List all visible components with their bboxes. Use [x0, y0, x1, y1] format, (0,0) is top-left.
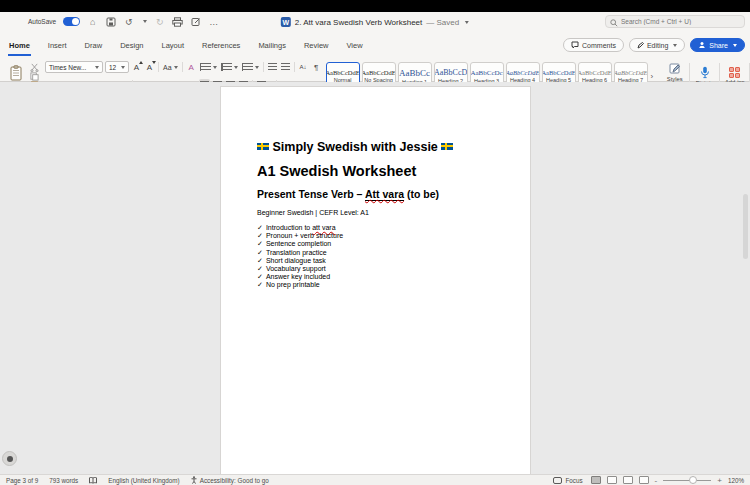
font-name-combo[interactable]: Times New...	[45, 61, 103, 73]
doc-heading: A1 Swedish Worksheet	[257, 163, 497, 179]
shrink-font-button[interactable]: A	[144, 61, 155, 73]
saved-status: — Saved	[426, 18, 459, 27]
language-indicator[interactable]: English (United Kingdom)	[108, 477, 179, 484]
word-app-window: AutoSave ⌂ ↺ ↻ … W 2. Att vara S	[0, 0, 750, 485]
doc-title-line: Simply Swedish with Jessie	[257, 140, 497, 154]
editing-button[interactable]: Editing	[629, 38, 685, 52]
undo-icon[interactable]: ↺	[123, 16, 134, 27]
draft-view-button[interactable]	[639, 476, 649, 484]
show-paragraph-marks-button[interactable]: ¶	[311, 61, 322, 73]
copy-icon[interactable]	[30, 72, 39, 81]
tab-mailings[interactable]: Mailings	[257, 38, 287, 56]
print-layout-view-button[interactable]	[591, 476, 601, 484]
title-bar: AutoSave ⌂ ↺ ↻ … W 2. Att vara S	[0, 14, 750, 34]
chevron-down-icon	[465, 21, 469, 24]
checklist-item: ✓Vocabulary support	[257, 265, 497, 273]
document-page[interactable]: Simply Swedish with Jessie A1 Swedish Wo…	[220, 86, 531, 474]
title-and-ribbon-chrome: AutoSave ⌂ ↺ ↻ … W 2. Att vara S	[0, 12, 750, 82]
bullet-list-button[interactable]	[199, 61, 218, 73]
home-icon[interactable]: ⌂	[87, 16, 98, 27]
word-count[interactable]: 793 words	[49, 477, 78, 484]
tab-insert[interactable]: Insert	[47, 38, 68, 56]
checklist-item: ✓Introduction to att vara	[257, 224, 497, 232]
tab-layout[interactable]: Layout	[160, 38, 185, 56]
quick-access-toolbar: AutoSave ⌂ ↺ ↻ …	[28, 16, 219, 27]
save-icon[interactable]	[105, 16, 116, 27]
clear-formatting-button[interactable]: A	[186, 61, 197, 73]
floating-pen-button[interactable]	[2, 451, 17, 466]
multilevel-list-button[interactable]	[241, 61, 260, 73]
zoom-slider[interactable]	[663, 480, 711, 481]
chevron-down-icon	[673, 44, 677, 47]
check-icon: ✓	[257, 232, 263, 239]
checklist-item: ✓No prep printable	[257, 281, 497, 289]
ribbon-tabs: Home Insert Draw Design Layout Reference…	[8, 38, 364, 56]
zoom-in-button[interactable]: +	[717, 476, 722, 485]
zoom-out-button[interactable]: -	[655, 476, 658, 485]
focus-icon	[553, 477, 562, 484]
chevron-down-icon	[174, 66, 178, 69]
zoom-level[interactable]: 120%	[728, 477, 744, 484]
tab-home[interactable]: Home	[8, 38, 31, 56]
sort-button[interactable]: A↓	[298, 61, 309, 73]
checklist-item: ✓Pronoun + verb structure	[257, 232, 497, 240]
quick-print-icon[interactable]	[190, 16, 201, 27]
doc-meta-line: Beginner Swedish | CEFR Level: A1	[257, 209, 497, 216]
person-icon	[698, 41, 706, 49]
check-icon: ✓	[257, 224, 263, 231]
print-icon[interactable]	[172, 16, 183, 27]
chevron-down-icon	[95, 66, 99, 69]
check-icon: ✓	[257, 249, 263, 256]
swedish-flag-icon	[441, 143, 453, 151]
doc-checklist: ✓Introduction to att vara ✓Pronoun + ver…	[257, 224, 497, 290]
status-bar: Page 3 of 9 793 words English (United Ki…	[0, 474, 750, 485]
grow-font-button[interactable]: A	[131, 61, 142, 73]
tab-design[interactable]: Design	[119, 38, 144, 56]
chevron-down-icon	[213, 66, 217, 69]
microphone-icon	[700, 66, 710, 79]
accessibility-icon	[191, 476, 197, 484]
zoom-slider-thumb[interactable]	[689, 476, 697, 484]
tab-review[interactable]: Review	[303, 38, 330, 56]
doc-subheading: Present Tense Verb – Att vara (to be)	[257, 188, 497, 200]
web-layout-view-button[interactable]	[607, 476, 617, 484]
focus-toggle[interactable]: Focus	[553, 477, 582, 484]
tab-draw[interactable]: Draw	[84, 38, 104, 56]
checklist-item: ✓Sentence completion	[257, 240, 497, 248]
page-indicator[interactable]: Page 3 of 9	[6, 477, 38, 484]
change-case-button[interactable]: Aa	[162, 61, 179, 73]
styles-gallery-expand-icon[interactable]: ›	[650, 72, 655, 81]
checklist-item: ✓Answer key included	[257, 273, 497, 281]
checklist-item: ✓Translation practice	[257, 249, 497, 257]
search-box[interactable]	[605, 15, 745, 28]
share-button[interactable]: Share	[690, 38, 745, 52]
check-icon: ✓	[257, 265, 263, 272]
accessibility-status[interactable]: Accessibility: Good to go	[191, 476, 269, 484]
outline-view-button[interactable]	[623, 476, 633, 484]
styles-pane-icon	[669, 63, 681, 75]
comments-button[interactable]: Comments	[563, 38, 624, 52]
autosave-toggle[interactable]	[63, 17, 80, 26]
pen-glyph	[7, 456, 13, 462]
tab-view[interactable]: View	[345, 38, 363, 56]
numbered-list-button[interactable]	[220, 61, 239, 73]
search-icon	[610, 13, 618, 31]
toolbar-overflow-icon[interactable]: …	[208, 16, 219, 27]
page-content: Simply Swedish with Jessie A1 Swedish Wo…	[257, 140, 497, 290]
tab-references[interactable]: References	[201, 38, 241, 56]
redo-icon: ↻	[154, 16, 165, 27]
proofing-icon[interactable]	[89, 477, 97, 484]
spellcheck-underline: Att vara	[365, 188, 404, 200]
decrease-indent-button[interactable]	[267, 61, 278, 73]
search-input[interactable]	[621, 18, 740, 25]
chevron-down-icon	[121, 66, 125, 69]
vertical-scrollbar[interactable]	[743, 194, 748, 259]
increase-indent-button[interactable]	[280, 61, 291, 73]
undo-dropdown-icon[interactable]	[143, 20, 147, 23]
font-size-combo[interactable]: 12	[105, 61, 129, 73]
pencil-icon	[637, 42, 644, 49]
document-title[interactable]: W 2. Att vara Swedish Verb Worksheet — S…	[281, 17, 469, 27]
swedish-flag-icon	[257, 143, 269, 151]
cut-icon[interactable]	[30, 63, 39, 72]
document-title-text: 2. Att vara Swedish Verb Worksheet	[295, 18, 422, 27]
